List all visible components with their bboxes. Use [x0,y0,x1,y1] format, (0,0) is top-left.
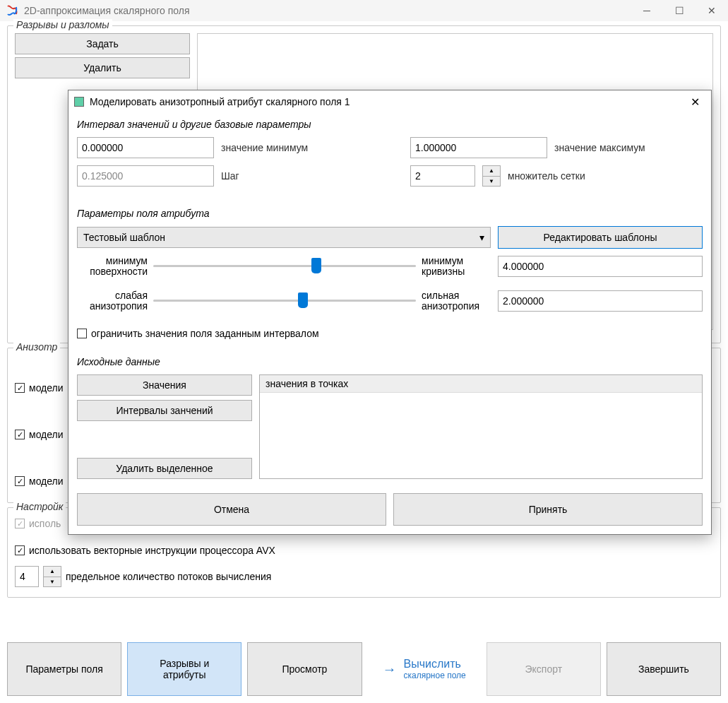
min-value-input[interactable] [77,137,214,158]
spinner-up-icon[interactable]: ▲ [44,567,61,577]
nav-field-params[interactable]: Параметры поля [7,642,121,696]
edit-templates-button[interactable]: Редактировать шаблоны [498,226,703,249]
arrow-right-icon: → [382,661,396,678]
model2-checkbox[interactable] [15,430,25,439]
model3-label: модели [29,475,64,487]
max-label: значение максимум [554,142,645,153]
limit-label: ограничить значения поля заданным интерв… [91,328,319,339]
model1-label: модели [29,382,64,394]
accept-button[interactable]: Принять [393,493,703,526]
nav-compute-label: Вычислить [403,658,460,670]
min-label: значение минимум [221,142,403,153]
minimize-button[interactable]: ─ [631,0,663,21]
titlebar: 2D-аппроксимация скалярного поля ─ ☐ ✕ [0,0,728,21]
settings-legend: Настройк [13,501,66,512]
spinner-down-icon[interactable]: ▼ [44,577,61,587]
modal-title: Моделировать анизотропный атрибут скаляр… [90,96,684,107]
chevron-down-icon: ▾ [479,232,484,243]
model2-label: модели [29,429,64,440]
threads-input[interactable] [15,566,39,587]
spinner-down-icon[interactable]: ▼ [483,177,500,187]
step-label: Шаг [221,170,403,182]
curvature-slider[interactable] [153,259,416,273]
attr-heading: Параметры поля атрибута [77,208,703,219]
nav-compute-sub: скалярное поле [403,670,465,680]
nav-breaks-attrs[interactable]: Разрывы и атрибуты [127,642,241,696]
values-button[interactable]: Значения [77,374,252,396]
delete-selected-button[interactable]: Удалить выделенное [77,458,252,479]
maximize-button[interactable]: ☐ [663,0,696,21]
use-avx-checkbox[interactable] [15,545,25,555]
threads-label: предельное количество потоков вычисления [66,571,271,582]
cancel-button[interactable]: Отмена [77,493,386,526]
modal-dialog: Моделировать анизотропный атрибут скаляр… [68,90,712,535]
max-value-input[interactable] [410,137,547,158]
template-select[interactable]: Тестовый шаблон ▾ [77,227,491,248]
grid-mult-input[interactable] [410,165,475,187]
slider1-right-label: минимум кривизны [422,256,492,278]
use-disabled-checkbox [15,519,25,528]
window-title: 2D-аппроксимация скалярного поля [24,5,631,16]
bottom-nav: Параметры поля Разрывы и атрибуты Просмо… [7,642,721,696]
slider1-left-label: минимум поверхности [77,256,148,278]
intervals-button[interactable]: Интервалы занчений [77,400,252,421]
limit-checkbox[interactable] [77,329,87,338]
list-item[interactable]: значения в точках [260,375,702,393]
use-avx-label: использовать векторные инструкции процес… [29,545,275,556]
model1-checkbox[interactable] [15,383,25,393]
use-disabled-label: исполь [29,518,61,529]
breaks-legend: Разрывы и разломы [13,19,112,30]
template-select-value: Тестовый шаблон [83,232,165,243]
model3-checkbox[interactable] [15,476,25,486]
anisotropy-slider[interactable] [153,294,416,308]
slider2-right-label: сильная анизотропия [422,290,492,312]
modal-close-icon[interactable]: ✕ [684,95,705,109]
nav-compute[interactable]: → Вычислить скалярное поле [368,642,481,696]
source-heading: Исходные данные [77,356,703,367]
app-icon [6,4,18,17]
spinner-up-icon[interactable]: ▲ [483,166,500,177]
anisotropy-legend: Анизотр [13,341,60,353]
grid-mult-label: множитель сетки [508,170,585,182]
source-list[interactable]: значения в точках [259,374,703,479]
anisotropy-value-input[interactable] [498,290,703,312]
modal-icon [74,97,84,107]
threads-spinner[interactable]: ▲▼ [43,566,61,587]
breaks-delete-button[interactable]: Удалить [15,57,190,78]
slider2-left-label: слабая анизотропия [77,290,148,312]
modal-titlebar: Моделировать анизотропный атрибут скаляр… [68,90,711,113]
nav-finish[interactable]: Завершить [607,642,721,696]
grid-mult-spinner[interactable]: ▲▼ [482,165,501,187]
interval-heading: Интервал значений и другие базовые парам… [77,119,703,130]
nav-export: Экспорт [487,642,601,696]
nav-view[interactable]: Просмотр [247,642,362,696]
curvature-value-input[interactable] [498,256,703,277]
close-button[interactable]: ✕ [696,0,728,21]
breaks-set-button[interactable]: Задать [15,33,190,54]
step-input[interactable] [77,165,214,187]
